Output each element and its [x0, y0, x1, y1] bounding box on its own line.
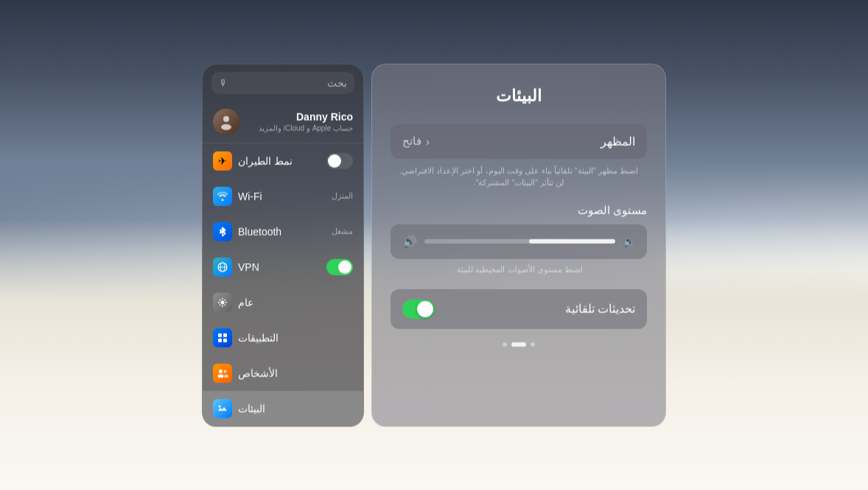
svg-rect-12: [223, 333, 227, 337]
wifi-label: Wi-Fi: [238, 190, 262, 202]
apps-label: التطبيقات: [238, 332, 279, 343]
volume-slider-fill: [529, 239, 615, 244]
svg-point-18: [224, 374, 228, 377]
airplane-right: نمط الطيران ✈: [213, 151, 293, 170]
people-icon: [213, 363, 232, 382]
svg-point-17: [224, 370, 227, 373]
environments-right: البيئات: [213, 399, 265, 418]
search-label: بحث: [327, 77, 347, 88]
left-panel-title: البيئات: [391, 86, 647, 105]
svg-rect-11: [218, 333, 222, 337]
sidebar-item-bluetooth[interactable]: مشغل Bluetooth: [203, 214, 363, 249]
auto-updates-row[interactable]: تحديثات تلقائية: [391, 289, 647, 329]
wifi-right: Wi-Fi: [213, 186, 262, 206]
pagination-dots: [391, 342, 647, 346]
volume-low-icon: 🔈: [623, 236, 635, 248]
general-right: عام: [213, 293, 253, 312]
vpn-right: VPN: [213, 257, 259, 276]
bluetooth-left: مشغل: [332, 227, 353, 237]
sidebar-item-airplane[interactable]: نمط الطيران ✈: [203, 143, 363, 178]
settings-list: نمط الطيران ✈ المنزل Wi-Fi: [203, 143, 363, 426]
volume-section-label: مستوى الصوت: [391, 203, 647, 217]
people-label: الأشخاص: [238, 367, 278, 379]
people-right: الأشخاص: [213, 363, 278, 382]
dot-1: [531, 342, 535, 346]
auto-updates-label: تحديثات تلقائية: [565, 302, 635, 316]
airplane-toggle-knob: [328, 154, 341, 167]
general-label: عام: [238, 296, 253, 308]
vpn-label: VPN: [238, 261, 259, 273]
sidebar-item-vpn[interactable]: VPN: [203, 249, 363, 284]
left-panel: البيئات المظهر ‹ فاتح اضبط مظهر "البيئة"…: [371, 63, 666, 427]
svg-point-10: [221, 301, 225, 304]
vpn-icon: [213, 257, 232, 276]
volume-hint: اضبط مستوى الأصوات المحيطية للبيئة.: [391, 265, 647, 274]
toggle-knob: [417, 301, 433, 317]
svg-point-19: [219, 405, 221, 407]
search-bar[interactable]: بحث 🎙: [211, 71, 354, 94]
svg-rect-13: [218, 338, 222, 342]
auto-updates-toggle[interactable]: [402, 299, 435, 318]
airplane-icon: ✈: [213, 151, 232, 170]
svg-point-0: [223, 116, 229, 122]
user-info: Danny Rico حساب Apple و iCloud والمزيد: [259, 111, 353, 133]
airplane-label: نمط الطيران: [238, 155, 293, 167]
avatar: [213, 108, 239, 135]
sidebar-item-general[interactable]: عام: [203, 284, 363, 320]
volume-high-icon: 🔊: [402, 234, 417, 248]
appearance-nav-text: فاتح: [402, 135, 421, 148]
environments-icon: [213, 399, 232, 418]
volume-slider-track[interactable]: [424, 239, 615, 244]
bluetooth-right: Bluetooth: [213, 222, 281, 241]
wifi-status: المنزل: [332, 192, 353, 201]
vpn-left: [326, 259, 353, 275]
wifi-left: المنزل: [332, 192, 353, 201]
user-name: Danny Rico: [259, 111, 353, 123]
right-panel: بحث 🎙 Danny Rico حساب Apple و iCloud وال…: [202, 63, 364, 427]
chevron-icon: ‹: [426, 135, 430, 147]
environments-label: البيئات: [238, 402, 265, 414]
panels-container: البيئات المظهر ‹ فاتح اضبط مظهر "البيئة"…: [202, 63, 666, 427]
svg-point-15: [219, 369, 223, 373]
svg-point-16: [218, 374, 224, 378]
general-icon: [213, 293, 232, 312]
dot-3: [503, 342, 507, 346]
bluetooth-icon: [213, 222, 232, 241]
vpn-toggle-knob: [338, 260, 351, 273]
microphone-icon: 🎙: [219, 77, 228, 88]
bluetooth-status: مشغل: [332, 227, 353, 237]
sidebar-item-environments[interactable]: البيئات: [203, 391, 363, 426]
airplane-left: [326, 153, 353, 169]
sidebar-item-apps[interactable]: التطبيقات: [203, 320, 363, 355]
appearance-row[interactable]: المظهر ‹ فاتح: [391, 124, 647, 158]
sidebar-item-people[interactable]: الأشخاص: [203, 355, 363, 391]
apps-right: التطبيقات: [213, 328, 279, 347]
apps-icon: [213, 328, 232, 347]
svg-point-1: [221, 124, 231, 130]
dot-2: [511, 342, 526, 346]
user-row[interactable]: Danny Rico حساب Apple و iCloud والمزيد: [203, 101, 363, 143]
svg-rect-14: [223, 338, 227, 342]
wifi-icon: [213, 186, 232, 206]
user-subtitle: حساب Apple و iCloud والمزيد: [259, 125, 353, 133]
airplane-toggle[interactable]: [326, 153, 353, 169]
bluetooth-label: Bluetooth: [238, 225, 281, 237]
appearance-label: المظهر: [601, 134, 635, 148]
appearance-nav: ‹ فاتح: [402, 135, 430, 148]
vpn-toggle[interactable]: [326, 259, 353, 275]
volume-row[interactable]: 🔈 🔊: [391, 224, 647, 259]
appearance-hint: اضبط مظهر "البيئة" تلقائياً بناء على وقت…: [391, 164, 647, 189]
sidebar-item-wifi[interactable]: المنزل Wi-Fi: [203, 178, 363, 214]
